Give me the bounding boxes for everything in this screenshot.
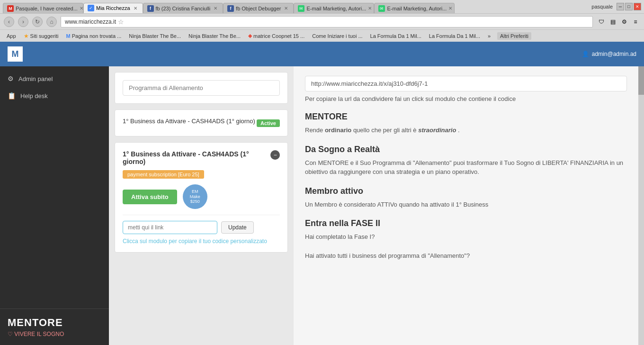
bookmark-pagina[interactable]: M Pagina non trovata ...	[63, 32, 125, 40]
bookmark-ninja1-label: Ninja Blaster The Be...	[129, 33, 181, 39]
update-button[interactable]: Update	[221, 221, 254, 234]
title-bar: M Pasquale, I have created... ✕ ✓ Mia Ri…	[0, 0, 644, 13]
section-membro-text: Un Membro è considerato ATTIVo quando ha…	[305, 200, 627, 209]
section-mentore: MENTORE Rende ordinario quello che per g…	[305, 112, 627, 135]
admin-info: 👤 admin@admin.ad	[582, 51, 636, 57]
tab-gmail[interactable]: M Pasquale, I have created... ✕	[3, 3, 83, 13]
bookmark-pagina-label: Pagina non trovata ...	[72, 33, 122, 39]
tab-close-fb1[interactable]: ✕	[212, 5, 219, 12]
tab-close-em2[interactable]: ✕	[448, 5, 452, 12]
bookmark-folder[interactable]: Altri Preferiti	[497, 32, 531, 40]
sidebar-item-admin[interactable]: ⚙ Admin panel	[0, 70, 109, 87]
address-url: www.miaricchezza.it	[65, 18, 116, 25]
url-box: http://www.miaricchezza.it/x/aj310-dfd6j…	[305, 76, 627, 91]
bookmark-formula2[interactable]: La Formula Da 1 Mil...	[426, 32, 483, 40]
sidebar: M ⚙ Admin panel 📋 Help desk MENTORE ♡ VI…	[0, 42, 109, 345]
card-divider	[123, 215, 280, 215]
section-mentore-bold1: ordinario	[325, 127, 351, 134]
section-mentore-end: .	[458, 127, 460, 134]
chrome-menu-icon[interactable]: ≡	[631, 17, 640, 27]
bookmark-come[interactable]: Come Iniziare i tuoi ...	[309, 32, 365, 40]
sidebar-bottom: MENTORE ♡ VIVERE IL SOGNO	[0, 309, 109, 345]
bookmark-pagina-icon: M	[66, 33, 71, 39]
tab-label-em1: E-mail Marketing, Autori...	[306, 6, 366, 11]
business-detail-header: 1° Business da Attivare - CASH4ADS (1° g…	[123, 150, 280, 170]
bookmark-ninja1[interactable]: Ninja Blaster The Be...	[126, 32, 184, 40]
link-input[interactable]	[123, 221, 217, 234]
section-mentore-middle: quello che per gli altri è	[353, 127, 418, 134]
forward-button[interactable]: ›	[18, 17, 28, 27]
bookmark-siti-icon: ★	[24, 33, 29, 39]
tab-close-mia[interactable]: ✕	[132, 5, 139, 11]
tab-favicon-gmail: M	[7, 5, 14, 12]
bookmark-come-label: Come Iniziare i tuoi ...	[312, 33, 362, 39]
admin-email: admin@admin.ad	[592, 51, 636, 57]
section-mentore-title: MENTORE	[305, 112, 627, 122]
window-username: pasquale	[591, 4, 613, 9]
section-sogno: Da Sogno a Realtà Con MENTORE e il Suo P…	[305, 145, 627, 177]
bookmark-apps[interactable]: App	[4, 32, 19, 40]
tabs-container: M Pasquale, I have created... ✕ ✓ Mia Ri…	[3, 0, 586, 13]
tab-miaricchezza[interactable]: ✓ Mia Ricchezza ✕	[83, 3, 143, 13]
payment-badge: payment subscription [Euro 25]	[123, 170, 204, 179]
active-badge: Active	[257, 119, 280, 127]
copy-link-text[interactable]: Clicca sul modulo per copiare il tuo cod…	[123, 238, 280, 245]
remove-button[interactable]: −	[270, 150, 280, 160]
home-button[interactable]: ⌂	[46, 17, 57, 27]
ext-settings-icon[interactable]: ⚙	[619, 17, 629, 27]
tab-email1[interactable]: ✉ E-mail Marketing, Autori... ✕	[294, 3, 374, 13]
bookmark-more[interactable]: »	[485, 32, 493, 40]
minimize-button[interactable]: ─	[617, 3, 624, 10]
section-fase2: Entra nella FASE II Hai completato la Fa…	[305, 218, 627, 260]
maximize-button[interactable]: □	[625, 3, 633, 10]
section-mentore-text: Rende ordinario quello che per gli altri…	[305, 126, 627, 135]
ext-layers-icon[interactable]: ▤	[608, 17, 617, 27]
bookmark-ninja2[interactable]: Ninja Blaster The Be...	[186, 32, 243, 40]
scrollbar-track[interactable]	[638, 66, 644, 345]
bookmark-apps-label: App	[7, 33, 16, 39]
vivere-label: ♡ VIVERE IL SOGNO	[8, 331, 101, 337]
tab-facebook1[interactable]: f fb (23) Cristina Fanciulli ✕	[143, 3, 224, 13]
tab-favicon-em1: ✉	[298, 5, 304, 12]
tab-close-fb2[interactable]: ✕	[283, 5, 289, 12]
business-detail-title: 1° Business da Attivare - CASH4ADS (1° g…	[123, 150, 270, 165]
bookmark-ninja2-label: Ninja Blaster The Be...	[188, 33, 241, 39]
attiva-subito-button[interactable]: Attiva subito	[123, 190, 177, 204]
scrollbar-thumb[interactable]	[638, 66, 644, 95]
tab-label-fb2: fb Object Debugger	[236, 6, 281, 11]
bookmark-star-icon[interactable]: ☆	[118, 18, 124, 26]
link-row: Update	[123, 221, 280, 234]
card-business-active: 1° Business da Attivare - CASH4ADS (1° g…	[115, 109, 288, 136]
sidebar-item-helpdesk-label: Help desk	[20, 92, 48, 100]
sidebar-item-admin-label: Admin panel	[18, 75, 53, 82]
section-membro-title: Membro attivo	[305, 186, 627, 196]
bookmark-formula1[interactable]: La Formula Da 1 Mil...	[367, 32, 424, 40]
reload-button[interactable]: ↻	[32, 17, 43, 27]
tab-close-em1[interactable]: ✕	[368, 5, 372, 12]
tab-favicon-em2: ✉	[378, 5, 385, 12]
section-mentore-bold2: straordinario	[418, 127, 456, 134]
tab-facebook2[interactable]: f fb Object Debugger ✕	[223, 3, 294, 13]
close-button[interactable]: ✕	[634, 3, 641, 10]
tab-label-fb1: fb (23) Cristina Fanciulli	[156, 6, 211, 11]
ext-shield-icon[interactable]: 🛡	[597, 17, 606, 27]
main-area: M ⚙ Admin panel 📋 Help desk MENTORE ♡ VI…	[0, 42, 644, 345]
tab-favicon-fb1: f	[147, 5, 154, 12]
tab-label-mia: Mia Ricchezza	[96, 5, 130, 11]
section-mentore-plain: Rende	[305, 127, 325, 134]
tab-email2[interactable]: ✉ E-mail Marketing, Autori... ✕	[374, 3, 455, 13]
helpdesk-icon: 📋	[8, 92, 16, 100]
right-panel: http://www.miaricchezza.it/x/aj310-dfd6j…	[294, 66, 638, 345]
address-input[interactable]: www.miaricchezza.it ☆	[61, 16, 593, 27]
content-header: 👤 admin@admin.ad	[109, 42, 644, 66]
tab-favicon-fb2: f	[227, 5, 234, 12]
tab-close-gmail[interactable]: ✕	[80, 5, 83, 12]
admin-person-icon: 👤	[582, 51, 589, 57]
programma-input[interactable]	[123, 80, 280, 96]
bookmark-matrice[interactable]: ◆ matrice Coopnet 15 ...	[245, 32, 307, 40]
bookmark-siti[interactable]: ★ Siti suggeriti	[21, 32, 62, 40]
section-membro: Membro attivo Un Membro è considerato AT…	[305, 186, 627, 209]
extension-icons: 🛡 ▤ ⚙ ≡	[597, 17, 640, 27]
sidebar-item-helpdesk[interactable]: 📋 Help desk	[0, 87, 109, 104]
back-button[interactable]: ‹	[4, 17, 14, 27]
